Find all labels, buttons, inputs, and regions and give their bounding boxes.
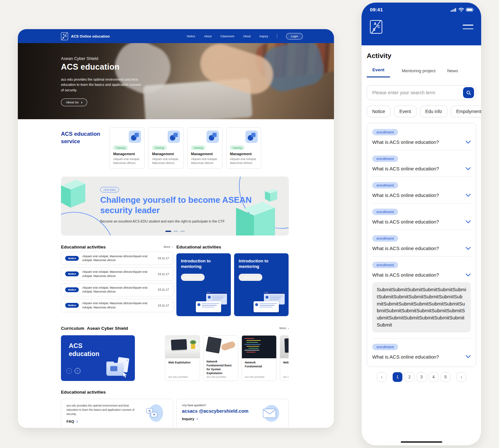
nav-item-notice[interactable]: Notice [187,35,195,38]
chip-event[interactable]: Event [394,106,417,117]
chevron-down-icon [466,355,471,358]
tab-event[interactable]: Event [367,67,390,77]
pagination-page-3[interactable]: 3 [417,372,426,382]
faq-question: What is ACS online education? [372,354,439,360]
service-card[interactable]: Training Management Aliquam erat volutpa… [110,127,145,169]
page-title: Activity [367,52,476,60]
faq-list-card: enrollment What is ACS online education?… [367,123,476,367]
about-us-button[interactable]: About Us › [239,274,262,281]
notice-row[interactable]: Notice Aliquam erat volutpat. Maecenas u… [61,252,173,265]
tab-news[interactable]: News [447,68,458,77]
faq-card[interactable]: acs edu provides the optimal environment… [61,399,173,428]
banner-subtitle: Become an excellent ACS EDU student and … [100,219,289,223]
carousel-prev-button[interactable]: ‹ [66,368,72,374]
course-card-row: Web Exploitation acs edu provides Networ… [165,335,289,381]
about-us-button[interactable]: About Us › [181,274,205,281]
chip-notice[interactable]: Notice [367,106,391,117]
about-us-button[interactable]: About Us › [61,98,87,106]
mentoring-card[interactable]: Introduction to mentoring About Us › [176,253,231,316]
course-title: Network Fundamental Basic for System Exp… [207,360,235,375]
acs-logo-icon[interactable]: ACS [370,20,382,34]
carousel-next-button[interactable]: › [75,368,80,374]
chip-edu-info[interactable]: Edu info [420,106,447,117]
service-card[interactable]: Training Management Aliquam erat volutpa… [187,127,222,169]
carousel-dots [165,231,185,232]
notice-text: Aliquam erat volutpat. Maecenas ultrices… [82,286,154,294]
nav-item-about-2[interactable]: About [243,35,251,38]
course-provider: acs edu provides [207,375,235,378]
service-card[interactable]: Training Management Aliquam erat volutpa… [149,127,184,169]
chip-empolyment[interactable]: Empolyment [451,106,481,117]
faq-question: What is ACS online education? [372,272,439,278]
curriculum-more-link[interactable]: More › [279,327,289,330]
course-card[interactable]: Network Fundamental acs edu provides [242,335,277,381]
notice-row[interactable]: Notice Aliquam erat volutpat. Maecenas u… [61,299,173,312]
carousel-dot-active[interactable] [165,231,171,232]
nav-item-about[interactable]: About [204,35,212,38]
login-button[interactable]: Login [286,33,303,40]
home-indicator[interactable] [401,441,442,443]
course-image [242,336,276,358]
pagination-next-button[interactable]: › [457,372,466,382]
folder-illustration [106,358,130,378]
mentoring-card[interactable]: Introduction to mentoring About Us › [234,253,289,316]
hero-eyebrow: Asean Cyber Shield [61,56,143,61]
chevron-down-icon [466,220,471,224]
faq-question-row[interactable]: What is ACS online education? [372,139,471,150]
course-provider: acs edu provides [283,375,289,378]
pagination-page-4[interactable]: 4 [429,372,438,382]
faq-question-row[interactable]: What is ACS online education? [372,354,471,365]
curriculum-heading: Curriculum [61,326,84,331]
mentoring-heading: Educational activities [176,245,221,249]
service-card-title: Management [113,152,141,156]
notices-more-link[interactable]: More › [164,245,173,249]
faq-question-row[interactable]: What is ACS online education? [372,219,471,230]
shapes-icon [168,131,180,143]
notice-row[interactable]: Notice Aliquam erat volutpat. Maecenas u… [61,283,173,297]
notice-date: 23.11.17 [158,304,169,307]
cellular-signal-icon [451,8,457,12]
notice-text: Aliquam erat volutpat. Maecenas ultrices… [82,254,154,263]
more-label: More [279,327,286,330]
notice-row[interactable]: Notice Aliquam erat volutpat. Maecenas u… [61,267,173,281]
nav-item-classroom[interactable]: Classroom [220,35,234,38]
pagination-page-5[interactable]: 5 [441,372,450,382]
chat-cards-illustration [254,292,285,312]
notice-date: 23.11.17 [158,288,169,291]
hamburger-menu-icon[interactable] [462,23,474,31]
faq-item: enrollment What is ACS online education? [372,177,471,203]
faq-question-row[interactable]: What is ACS online education? [372,246,471,256]
about-us-label: About Us [185,276,197,279]
battery-icon [466,8,474,12]
course-provider: acs edu provides [245,375,273,378]
faq-question-row[interactable]: What is ACS online education? [372,166,471,177]
carousel-dot[interactable] [173,231,178,232]
brand-name: ACS Online education [71,34,110,38]
course-image [204,336,238,357]
carousel-dot[interactable] [180,231,185,232]
pagination-page-2[interactable]: 2 [405,372,414,382]
column-divider [175,258,175,316]
course-card[interactable]: Network Fundamental Basic for System Exp… [203,335,238,381]
ctf-banner[interactable]: ACS EDU Challenge yourself to become ASE… [61,177,289,235]
pagination-prev-button[interactable]: ‹ [377,372,386,382]
course-card[interactable]: Web Exploitation acs edu provides [165,335,200,381]
pagination-page-1[interactable]: 1 [393,372,402,382]
inquiry-card[interactable]: Any have question? acsacs @acscybershiel… [176,399,289,428]
course-card[interactable]: Web Exploitation acs edu provides [280,335,289,381]
faq-question-row[interactable]: What is ACS online education? [372,192,471,203]
chevron-right-icon: › [199,275,201,279]
brand[interactable]: ACS ACS Online education [61,32,110,40]
search-input[interactable] [372,90,463,95]
tab-mentoring-project[interactable]: Mentoring project [402,68,435,77]
curriculum-feature-card[interactable]: ACS education ‹ › [61,335,135,381]
pagination: ‹ 1 2 3 4 5 › [367,372,476,388]
search-button[interactable] [463,87,474,98]
service-card[interactable]: Training Management Aliquam erat volutpa… [226,127,261,169]
notice-text: Aliquam erat volutpat. Maecenas ultrices… [82,301,154,310]
mentoring-card-title: Introduction to mentoring [239,258,274,270]
faq-question-row[interactable]: What is ACS online education? [372,272,471,281]
nav-item-inquiry[interactable]: Inquiry [259,35,268,38]
service-card-desc: Aliquam erat volutpat. Maecenas ultrices… [113,157,141,165]
enrollment-badge: enrollment [372,235,398,242]
